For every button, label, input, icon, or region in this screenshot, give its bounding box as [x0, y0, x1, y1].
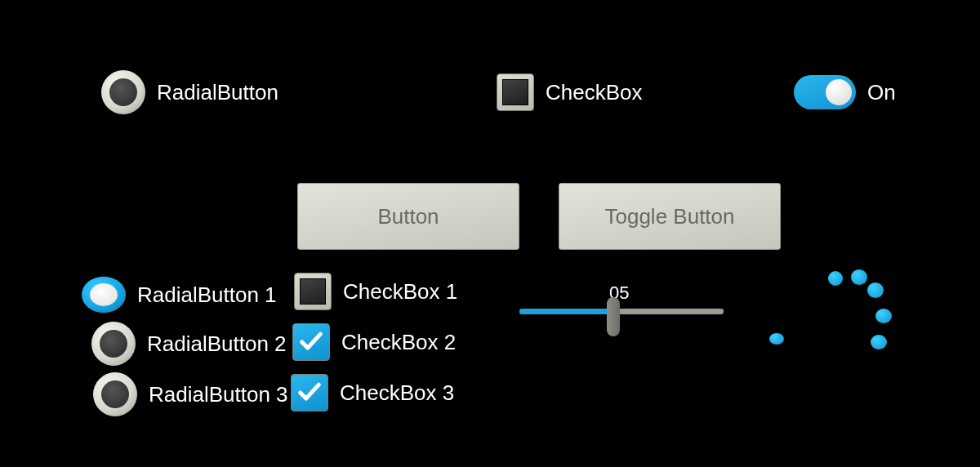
- slider-track-empty: [617, 309, 724, 314]
- slider[interactable]: 05: [519, 287, 724, 328]
- radial-button-1[interactable]: [82, 277, 126, 313]
- spinner: [784, 269, 890, 376]
- button-text: Button: [377, 204, 439, 229]
- radial-button-3[interactable]: [93, 372, 137, 416]
- checkbox-2[interactable]: [292, 323, 330, 361]
- toggle-button[interactable]: Toggle Button: [559, 183, 781, 250]
- checkbox-label-1: CheckBox 1: [343, 279, 457, 305]
- toggle-label: On: [867, 80, 896, 105]
- slider-track-fill: [519, 309, 613, 314]
- radial-label-2: RadialButton 2: [147, 331, 287, 357]
- toggle-switch[interactable]: [794, 75, 856, 109]
- button[interactable]: Button: [297, 183, 519, 250]
- toggle-button-text: Toggle Button: [604, 204, 734, 229]
- checkbox-3[interactable]: [291, 374, 328, 411]
- check-icon: [296, 379, 323, 407]
- checkbox-label: CheckBox: [546, 80, 643, 105]
- checkbox-1[interactable]: [294, 273, 332, 310]
- radial-label: RadialButton: [157, 80, 278, 105]
- checkbox-label-2: CheckBox 2: [341, 330, 456, 355]
- checkbox-label-3: CheckBox 3: [340, 380, 454, 406]
- checkbox[interactable]: [497, 73, 534, 111]
- check-icon: [297, 328, 325, 356]
- slider-handle[interactable]: [607, 297, 620, 336]
- radial-button[interactable]: [101, 70, 145, 114]
- radial-label-1: RadialButton 1: [137, 282, 277, 308]
- radial-button-2[interactable]: [91, 322, 136, 366]
- radial-label-3: RadialButton 3: [149, 382, 288, 407]
